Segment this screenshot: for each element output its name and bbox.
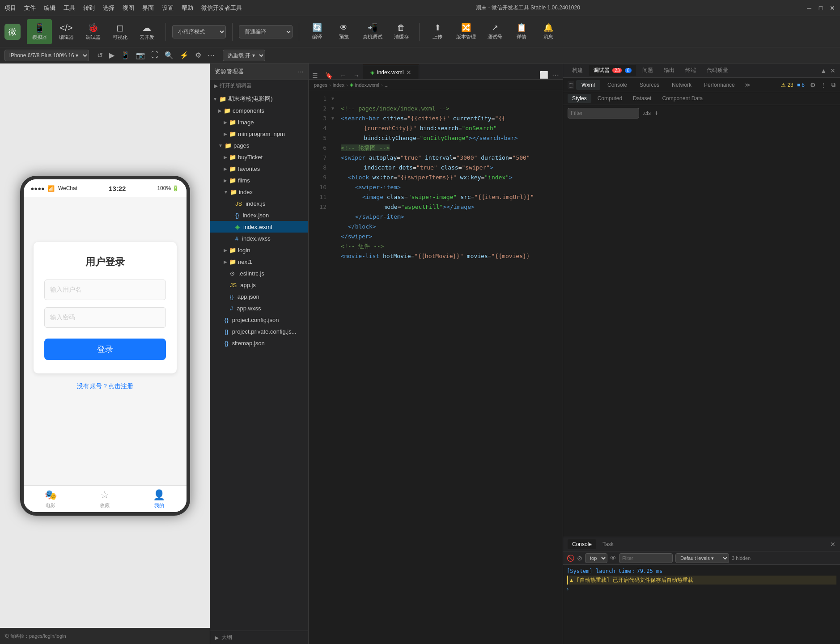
tab-close-icon[interactable]: ✕ bbox=[406, 69, 412, 76]
console-level-select[interactable]: Default levels ▾ bbox=[675, 553, 729, 563]
inner-tab-performance[interactable]: Performance bbox=[699, 80, 740, 90]
fold-2[interactable]: ▼ bbox=[330, 94, 335, 104]
tab-favorites[interactable]: ☆ 收藏 bbox=[78, 489, 132, 509]
screenshot-icon[interactable]: 📷 bbox=[136, 51, 145, 59]
editor-button[interactable]: </> 编辑器 bbox=[54, 19, 79, 44]
inner-tab-network[interactable]: Network bbox=[666, 80, 697, 90]
compile-button[interactable]: 🔄 编译 bbox=[305, 19, 329, 44]
folder-image[interactable]: ▶ 📁 image bbox=[210, 116, 308, 128]
folder-miniprogram-npm[interactable]: ▶ 📁 miniprogram_npm bbox=[210, 128, 308, 140]
menu-item-file[interactable]: 文件 bbox=[24, 4, 36, 12]
element-picker-icon[interactable]: ⬚ bbox=[568, 81, 574, 89]
inner-tab-console[interactable]: Console bbox=[602, 80, 632, 90]
tab-me[interactable]: 👤 我的 bbox=[132, 489, 186, 509]
test-button[interactable]: ↗ 测试号 bbox=[483, 19, 506, 44]
compile-select[interactable]: 普通编译 bbox=[239, 25, 293, 38]
fold-8[interactable]: ▼ bbox=[330, 114, 335, 123]
inner-tab-wxml[interactable]: Wxml bbox=[576, 80, 600, 90]
fold-6[interactable]: ▼ bbox=[330, 104, 335, 114]
expand-panel-icon[interactable]: ▲ bbox=[820, 67, 827, 74]
tab-debugger[interactable]: 调试器 23 8 bbox=[589, 65, 636, 76]
debugger-button[interactable]: 🐞 调试器 bbox=[81, 19, 106, 44]
more-icon[interactable]: ⋯ bbox=[208, 51, 215, 59]
inner-tab-sources[interactable]: Sources bbox=[634, 80, 665, 90]
menu-item-view[interactable]: 视图 bbox=[123, 4, 134, 12]
register-link[interactable]: 没有账号？点击注册 bbox=[77, 382, 133, 390]
tab-movie[interactable]: 🎭 电影 bbox=[24, 489, 78, 509]
hotreload-select[interactable]: 热重载 开 ▾ bbox=[223, 50, 265, 61]
maximize-button[interactable]: □ bbox=[818, 5, 824, 11]
file-index-json[interactable]: {} index.json bbox=[210, 209, 308, 221]
project-root[interactable]: ▼ 📁 期末考核(电影网) bbox=[210, 93, 308, 105]
folder-favorites[interactable]: ▶ 📁 favorites bbox=[210, 163, 308, 174]
network-icon[interactable]: ⚡ bbox=[180, 51, 189, 59]
add-style-button[interactable]: + bbox=[654, 109, 658, 117]
menu-item-interface[interactable]: 界面 bbox=[142, 4, 154, 12]
file-index-js[interactable]: JS index.js bbox=[210, 198, 308, 209]
close-button[interactable]: ✕ bbox=[829, 5, 836, 11]
code-content[interactable]: <!-- pages/index/index.wxml --> <search-… bbox=[335, 90, 563, 644]
minimize-button[interactable]: ─ bbox=[806, 5, 812, 11]
file-app-wxss[interactable]: # app.wxss bbox=[210, 302, 308, 314]
folder-pages[interactable]: ▼ 📁 pages bbox=[210, 140, 308, 151]
sidebar-toggle-icon[interactable]: ☰ bbox=[309, 72, 322, 79]
tab-index-wxml[interactable]: ◈ index.wxml ✕ bbox=[363, 65, 419, 79]
folder-login[interactable]: ▶ 📁 login bbox=[210, 244, 308, 256]
upload-button[interactable]: ⬆ 上传 bbox=[426, 19, 449, 44]
tab-issues[interactable]: 问题 bbox=[638, 65, 658, 76]
file-index-wxss[interactable]: # index.wxss bbox=[210, 233, 308, 244]
bookmark-icon[interactable]: 🔖 bbox=[322, 72, 336, 79]
settings-gear-icon[interactable]: ⚙ bbox=[810, 81, 816, 89]
menu-item-settings[interactable]: 设置 bbox=[162, 4, 174, 12]
open-editors-section[interactable]: ▶ 打开的编辑器 bbox=[210, 80, 308, 91]
device-select[interactable]: iPhone 6/7/8 Plus 100% 16 ▾ bbox=[4, 50, 89, 61]
simulator-button[interactable]: 📱 模拟器 bbox=[27, 19, 52, 44]
nav-back-icon[interactable]: ← bbox=[336, 72, 350, 79]
more-options-icon[interactable]: ⋮ bbox=[820, 81, 827, 89]
style-tab-styles[interactable]: Styles bbox=[568, 94, 591, 103]
file-index-wxml[interactable]: ◈ index.wxml bbox=[210, 221, 308, 233]
file-eslintrc[interactable]: ⊙ .eslintrc.js bbox=[210, 267, 308, 279]
folder-next1[interactable]: ▶ 📁 next1 bbox=[210, 256, 308, 267]
file-app-json[interactable]: {} app.json bbox=[210, 291, 308, 302]
folder-index[interactable]: ▼ 📁 index bbox=[210, 186, 308, 198]
settings-icon[interactable]: ⚙ bbox=[195, 51, 201, 59]
rotate-icon[interactable]: ↺ bbox=[97, 51, 103, 59]
folder-components[interactable]: ▶ 📁 components bbox=[210, 105, 308, 116]
tab-code-quality[interactable]: 代码质量 bbox=[702, 65, 733, 76]
console-eye-icon[interactable]: 👁 bbox=[610, 555, 616, 562]
menu-item-tools[interactable]: 工具 bbox=[64, 4, 75, 12]
style-tab-computed[interactable]: Computed bbox=[593, 94, 627, 103]
tab-output[interactable]: 输出 bbox=[659, 65, 679, 76]
play-icon[interactable]: ▶ bbox=[109, 51, 115, 59]
cloud-button[interactable]: ☁ 云开发 bbox=[134, 19, 159, 44]
fold-1[interactable] bbox=[330, 90, 335, 94]
code-editor[interactable]: 1 2 3 4 5 6 7 8 9 10 11 12 bbox=[309, 90, 563, 644]
console-close-icon[interactable]: ✕ bbox=[830, 541, 836, 548]
login-button[interactable]: 登录 bbox=[44, 339, 166, 360]
console-filter-input[interactable] bbox=[619, 553, 673, 563]
console-stop-icon[interactable]: ⊘ bbox=[577, 555, 582, 562]
phone-icon[interactable]: 📱 bbox=[121, 51, 130, 59]
styles-filter-input[interactable] bbox=[568, 108, 639, 119]
preview-button[interactable]: 👁 预览 bbox=[332, 19, 356, 44]
search-icon[interactable]: 🔍 bbox=[165, 51, 174, 59]
clear-cache-button[interactable]: 🗑 清缓存 bbox=[390, 19, 413, 44]
tab-terminal[interactable]: 终端 bbox=[681, 65, 700, 76]
nav-forward-icon[interactable]: → bbox=[350, 72, 363, 79]
real-debug-button[interactable]: 📲 真机调试 bbox=[359, 19, 386, 44]
more-tabs-icon[interactable]: ≫ bbox=[742, 80, 753, 90]
menu-item-help[interactable]: 帮助 bbox=[182, 4, 193, 12]
folder-buyticket[interactable]: ▶ 📁 buyTicket bbox=[210, 151, 308, 163]
explorer-more-icon[interactable]: ⋯ bbox=[298, 68, 304, 75]
version-button[interactable]: 🔀 版本管理 bbox=[453, 19, 479, 44]
console-tab-console[interactable]: Console bbox=[568, 539, 596, 549]
style-tab-dataset[interactable]: Dataset bbox=[628, 94, 656, 103]
message-button[interactable]: 🔔 消息 bbox=[537, 19, 560, 44]
tab-build[interactable]: 构建 bbox=[568, 65, 587, 76]
file-project-private-config[interactable]: {} project.private.config.js... bbox=[210, 326, 308, 337]
menu-item-goto[interactable]: 转到 bbox=[83, 4, 95, 12]
more-editor-icon[interactable]: ⋯ bbox=[552, 71, 559, 79]
mode-select[interactable]: 小程序模式 bbox=[172, 25, 226, 38]
style-tab-component[interactable]: Component Data bbox=[658, 94, 707, 103]
